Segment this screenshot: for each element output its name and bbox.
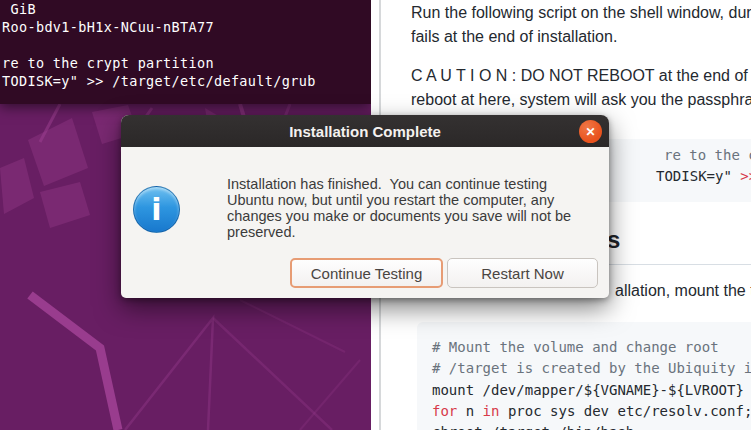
dialog-titlebar[interactable]: Installation Complete ✕ (121, 115, 609, 147)
section-heading-fragment: s (607, 226, 620, 254)
code-segment: n (457, 403, 482, 419)
code-segment: proc sys dev etc/resolv.conf; (499, 403, 751, 419)
dialog-message: preserved. (227, 224, 296, 240)
dialog-message: changes you make or documents you save w… (227, 208, 571, 224)
continue-testing-button[interactable]: Continue Testing (290, 258, 443, 288)
close-button[interactable]: ✕ (579, 120, 602, 143)
terminal-line: Roo-bdv1-bH1x-NCuu-nBTA77 (2, 19, 214, 35)
docs-caution-paragraph: reboot at here, system will ask you the … (411, 90, 751, 110)
code-operator: >> (740, 168, 751, 184)
screen: GiB Roo-bdv1-bH1x-NCuu-nBTA77 re to the … (0, 0, 751, 430)
docs-paragraph-fragment: allation, mount the ta (615, 281, 751, 301)
terminal-line: re to the crypt partition (2, 55, 214, 71)
dialog-title: Installation Complete (289, 123, 441, 140)
code-line: re to the crypt par (664, 147, 751, 163)
docs-paragraph: fails at the end of installation. (411, 27, 617, 47)
info-icon: i (133, 186, 180, 233)
code-line: # Mount the volume and change root (432, 339, 719, 355)
restart-now-button[interactable]: Restart Now (447, 258, 598, 288)
code-line: # /target is created by the Ubiquity ins… (432, 360, 751, 376)
code-keyword: in (483, 403, 500, 419)
continue-testing-label: Continue Testing (311, 265, 422, 282)
terminal-line: GiB (2, 1, 36, 17)
terminal-line: TODISK=y" >> /target/etc/default/grub (2, 73, 316, 89)
restart-now-label: Restart Now (481, 265, 564, 282)
code-line: mount /dev/mapper/${VGNAME}-${LVROOT} /t… (432, 382, 751, 398)
code-line: chroot /target /bin/bash (432, 424, 634, 430)
code-block-mount: # Mount the volume and change root # /ta… (417, 322, 751, 430)
terminal-window[interactable]: GiB Roo-bdv1-bH1x-NCuu-nBTA77 re to the … (0, 0, 371, 104)
code-line: for n in proc sys dev etc/resolv.conf; d… (432, 403, 751, 419)
code-keyword: for (432, 403, 457, 419)
dialog-message: Ubuntu now, but until you restart the co… (227, 192, 554, 208)
code-segment: TODISK=y" (656, 168, 740, 184)
dialog-message: Installation has finished. You can conti… (227, 176, 547, 192)
close-icon: ✕ (585, 126, 595, 138)
docs-caution-paragraph: C A U T I O N : DO NOT REBOOT at the end… (411, 66, 748, 86)
info-icon-glyph: i (151, 192, 161, 227)
code-line: TODISK=y" >> /targe (656, 168, 751, 184)
dialog-installation-complete: Installation Complete ✕ i Installation h… (121, 115, 609, 298)
docs-paragraph: Run the following script on the shell wi… (411, 3, 751, 23)
